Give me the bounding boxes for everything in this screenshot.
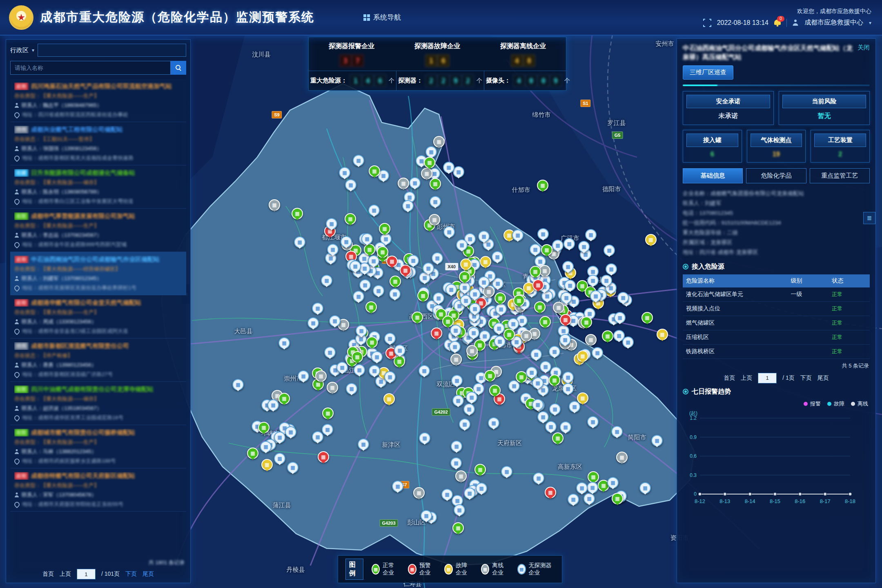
map-marker-plain[interactable]: ▦ [585,229,597,241]
map-marker-plain[interactable]: ▦ [562,261,574,272]
map-marker-plain[interactable]: ▦ [614,312,626,323]
map-marker-plain[interactable]: ▦ [512,229,523,241]
map-marker-normal[interactable]: ▦ [489,385,501,396]
map-marker-normal[interactable]: ▦ [278,393,290,404]
tab-hazard-chemicals[interactable]: 危险化学品 [746,168,806,183]
hazard-table-row[interactable]: 压缩机区正常 [683,330,870,344]
company-list-item[interactable]: 在营 成都城市燃气有限责任公司簇桥储配站 存在类型：【重大危险源——生产】 联系… [10,425,186,468]
company-list-item[interactable]: 在营 成都华气厚普能源发展有限公司加气站 存在类型：【重大危险源——生产】 联系… [10,209,186,252]
map-marker-plain[interactable]: ▦ [530,349,542,360]
map-marker-plain[interactable]: ▦ [326,218,337,229]
map-marker-normal[interactable]: ▦ [539,316,551,327]
map-marker-normal[interactable]: ▦ [417,290,429,301]
map-marker-plain[interactable]: ▦ [421,510,432,521]
company-list-item[interactable]: 超期 四川鸿展石油天然气产品有限公司双流航空港加气站 存在类型：【重大危险源——… [10,79,186,122]
pager-prev[interactable]: 上页 [60,570,71,578]
map-marker-plain[interactable]: ▦ [476,483,487,494]
map-marker-plain[interactable]: ▦ [501,466,512,477]
map-marker-plain[interactable]: ▦ [432,252,443,264]
map-marker-plain[interactable]: ▦ [578,241,590,252]
map-marker-plain[interactable]: ▦ [508,380,520,392]
map-marker-plain[interactable]: ▦ [604,245,615,256]
map-marker-plain[interactable]: ▦ [456,239,468,251]
map-marker-normal[interactable]: ▦ [258,422,270,433]
map-marker-plain[interactable]: ▦ [350,261,361,272]
map-marker-normal[interactable]: ▦ [534,301,546,313]
hazard-pager-page-input[interactable] [758,373,777,383]
map-marker-plain[interactable]: ▦ [562,372,574,383]
map-marker-fault[interactable]: ▦ [645,234,657,245]
map-marker-plain[interactable]: ▦ [545,421,557,432]
map-marker-plain[interactable]: ▦ [384,371,396,383]
tab-key-process[interactable]: 重点监管工艺 [810,168,870,183]
map-marker-plain[interactable]: ▦ [453,166,464,178]
map-marker-plain[interactable]: ▦ [590,290,601,302]
company-list-item[interactable]: 停用 成都市新都区清流燃气有限责任公司 存在状态：【停产检修】 联系人：唐勇（1… [10,339,186,382]
map-marker-plain[interactable]: ▦ [606,263,617,275]
hazard-pager-prev[interactable]: 上页 [741,374,752,382]
plant-3d-tour-button[interactable]: 三维厂区巡查 [683,65,733,80]
map-marker-plain[interactable]: ▦ [537,228,549,240]
map-marker-fault[interactable]: ▦ [460,258,472,270]
map-marker-fault[interactable]: ▦ [480,256,491,267]
map-marker-plain[interactable]: ▦ [394,345,405,356]
map-marker-normal[interactable]: ▦ [345,213,356,225]
map-marker-plain[interactable]: ▦ [298,370,309,382]
map-marker-offline[interactable]: ▦ [433,136,445,147]
map-marker-plain[interactable]: ▦ [373,285,384,296]
map-marker-plain[interactable]: ▦ [569,401,580,412]
map-marker-fault[interactable]: ▦ [577,350,588,362]
map-marker-plain[interactable]: ▦ [451,375,463,386]
map-marker-plain[interactable]: ▦ [469,288,481,300]
map-marker-fault[interactable]: ▦ [657,329,668,340]
map-marker-plain[interactable]: ▦ [274,453,285,464]
org-menu[interactable]: 成都市应急救援中心 [804,18,863,27]
map-marker-plain[interactable]: ▦ [459,419,470,430]
map-marker-plain[interactable]: ▦ [478,276,490,288]
map-marker-offline[interactable]: ▦ [269,199,280,211]
map-marker-plain[interactable]: ▦ [450,325,461,336]
fullscreen-icon[interactable] [703,19,711,27]
map-marker-plain[interactable]: ▦ [419,365,430,376]
hazard-table-row[interactable]: 铁路栈桥区正常 [683,344,870,359]
map-marker-plain[interactable]: ▦ [488,417,499,429]
hazard-table-row[interactable]: 燃气储罐区正常 [683,316,870,330]
map-marker-plain[interactable]: ▦ [568,494,579,505]
map-marker-plain[interactable]: ▦ [327,244,339,255]
map-marker-plain[interactable]: ▦ [339,167,350,178]
trend-legend-item[interactable]: 故障 [827,400,844,408]
map-marker-plain[interactable]: ▦ [274,432,285,443]
expand-panel-icon[interactable]: ≣ [863,212,875,224]
map-marker-plain[interactable]: ▦ [454,504,465,516]
map-marker-plain[interactable]: ▦ [368,255,379,267]
map-marker-plain[interactable]: ▦ [532,399,543,410]
map-marker-plain[interactable]: ▦ [354,364,365,376]
map-marker-normal[interactable]: ▦ [612,493,623,504]
map-marker-normal[interactable]: ▦ [581,316,592,328]
map-marker-offline[interactable]: ▦ [585,334,597,345]
map-marker-plain[interactable]: ▦ [651,435,663,446]
map-marker-plain[interactable]: ▦ [552,240,564,251]
map-marker-normal[interactable]: ▦ [541,244,552,256]
map-marker-plain[interactable]: ▦ [451,441,462,452]
map-marker-offline[interactable]: ▦ [398,178,409,189]
search-input[interactable] [10,61,171,75]
map-marker-offline[interactable]: ▦ [450,354,462,365]
map-marker-plain[interactable]: ▦ [423,263,434,274]
map-marker-plain[interactable]: ▦ [392,481,403,492]
map-marker-alarm[interactable]: ▦ [386,256,398,267]
map-marker-plain[interactable]: ▦ [232,379,244,390]
map-marker-plain[interactable]: ▦ [533,472,544,484]
district-caret-icon[interactable]: ▾ [32,47,34,53]
map-marker-plain[interactable]: ▦ [592,347,603,359]
map-marker-plain[interactable]: ▦ [587,275,599,286]
hazard-pager-next[interactable]: 下页 [800,374,812,382]
map-marker-plain[interactable]: ▦ [361,233,373,245]
map-marker-plain[interactable]: ▦ [425,146,437,158]
map-marker-plain[interactable]: ▦ [463,403,475,415]
map-marker-normal[interactable]: ▦ [474,464,486,475]
map-marker-offline[interactable]: ▦ [429,214,440,225]
chevron-down-icon[interactable]: ▾ [869,20,871,26]
map-marker-plain[interactable]: ▦ [639,482,651,494]
map-marker-plain[interactable]: ▦ [562,383,574,394]
